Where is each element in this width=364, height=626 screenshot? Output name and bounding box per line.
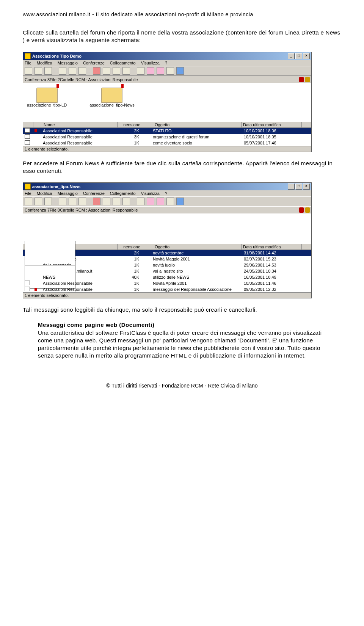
page-header: www.associazioni.milano.it - Il sito ded… (23, 11, 341, 17)
cell-nome: Associazioni Responsabile (41, 129, 116, 133)
maximize-button[interactable]: □ (295, 53, 302, 59)
toolbar-icon[interactable] (44, 198, 52, 205)
folder-icon (101, 88, 122, 103)
cell-dim: 1K (116, 281, 141, 286)
col-dim[interactable]: nensione (118, 122, 142, 127)
table-row[interactable]: Associazioni Responsabile2KSTATUTO10/10/… (23, 128, 311, 134)
info-icon[interactable] (176, 198, 184, 205)
search-icon[interactable] (166, 67, 174, 75)
section-documenti: Messaggi come pagine web (Documenti) Una… (38, 321, 334, 359)
menu-modifica[interactable]: Modifica (37, 61, 52, 65)
cell-oggetto: novità luglio (151, 263, 242, 267)
col-ogg[interactable]: Oggetto (153, 122, 242, 127)
toolbar-icon[interactable] (59, 67, 66, 75)
blank-area (23, 213, 311, 244)
cell-nome: Associazioni Responsabile (41, 287, 116, 292)
text-italic: cartella (182, 160, 202, 166)
col-end[interactable] (302, 122, 311, 127)
flag-icon[interactable] (93, 198, 100, 205)
table-row[interactable]: NEWS40Kutilizzo delle NEWS16/05/2001 18.… (23, 274, 311, 280)
toolbar-icon[interactable] (113, 198, 120, 205)
toolbar-icon[interactable] (137, 198, 144, 205)
table-row[interactable]: Associazioni Responsabile1Kcome diventar… (23, 140, 311, 146)
folders-area: associazione_tipo-LD associazione_tipo-N… (23, 83, 311, 122)
menu-visualizza[interactable]: Visualizza (141, 191, 160, 196)
toolbar-icon[interactable] (59, 198, 66, 205)
toolbar-icon[interactable] (35, 67, 42, 75)
col-dim[interactable]: nensione (118, 244, 142, 249)
flag-icon[interactable] (93, 67, 100, 75)
search-icon[interactable] (166, 198, 174, 205)
cell-oggetto: utilizzo delle NEWS (151, 275, 242, 279)
minimize-button[interactable]: _ (288, 184, 295, 190)
toolbar-icon[interactable] (157, 198, 164, 205)
toolbar-icon[interactable] (103, 67, 110, 75)
toolbar-icon[interactable] (122, 198, 130, 205)
toolbar-icon[interactable] (25, 198, 32, 205)
col-ogg[interactable]: Oggetto (153, 244, 242, 249)
app-window-1: Associazione Tipo Demo _ □ × File Modifi… (23, 52, 312, 152)
toolbar-icon[interactable] (157, 67, 164, 75)
cell-data: 16/05/2001 18.49 (242, 275, 302, 279)
titlebar[interactable]: associazione_tipo-News _ □ × (23, 183, 311, 190)
info-icon[interactable] (176, 67, 184, 75)
menu-collegamento[interactable]: Collegamento (110, 61, 136, 65)
toolbar-icon[interactable] (137, 67, 144, 75)
menu-file[interactable]: File (25, 61, 31, 65)
menu-collegamento[interactable]: Collegamento (110, 191, 136, 196)
col-flag[interactable] (33, 122, 42, 127)
menu-modifica[interactable]: Modifica (37, 191, 52, 196)
toolbar-icon[interactable] (35, 198, 42, 205)
menu-file[interactable]: File (25, 191, 31, 196)
col-end[interactable] (302, 244, 311, 249)
menu-visualizza[interactable]: Visualizza (141, 61, 160, 65)
menu-help[interactable]: ? (165, 191, 167, 196)
toolbar (23, 66, 311, 76)
minimize-button[interactable]: _ (288, 53, 295, 59)
toolbar-icon[interactable] (147, 198, 154, 205)
menu-messaggio[interactable]: Messaggio (58, 191, 78, 196)
col-data[interactable]: Data ultima modifica (242, 244, 302, 249)
toolbar-icon[interactable] (147, 67, 154, 75)
flag-icon (56, 84, 59, 88)
toolbar-icon[interactable] (103, 198, 110, 205)
cell-oggetto: come diventare socio (151, 141, 242, 145)
toolbar-icon[interactable] (44, 67, 52, 75)
flag-icon (35, 129, 37, 132)
titlebar[interactable]: Associazione Tipo Demo _ □ × (23, 52, 311, 60)
menu-conferenze[interactable]: Conferenze (83, 61, 105, 65)
cell-oggetto: STATUTO (151, 129, 242, 133)
col-ogg-hd[interactable] (142, 244, 153, 249)
toolbar-icon[interactable] (78, 67, 86, 75)
toolbar-icon[interactable] (113, 67, 120, 75)
folder-news[interactable]: associazione_tipo-News (89, 88, 135, 114)
table-row[interactable]: Associazioni Responsabile1KNovità Aprile… (23, 280, 311, 286)
toolbar-icon[interactable] (25, 67, 32, 75)
status-text: Conferenza 7File 0Cartelle RCM : Associa… (25, 208, 138, 212)
col-ogg-hd[interactable] (142, 122, 153, 127)
col-nome[interactable]: Nome (42, 122, 118, 127)
text: Per accedere al Forum News è sufficiente… (23, 160, 182, 166)
status-row: Conferenza 7File 0Cartelle RCM : Associa… (23, 206, 311, 213)
cell-data: 10/10/2001 18.05 (242, 135, 302, 139)
menu-conferenze[interactable]: Conferenze (83, 191, 105, 196)
menu-messaggio[interactable]: Messaggio (58, 61, 78, 65)
close-button[interactable]: × (303, 53, 310, 59)
cell-oggetto: messaggio del Responsabile Associazione (151, 287, 242, 292)
toolbar-icon[interactable] (122, 67, 130, 75)
maximize-button[interactable]: □ (295, 184, 302, 190)
cell-oggetto: vai al nostro sito (151, 269, 242, 273)
list-body: Associazioni Responsabile2KSTATUTO10/10/… (23, 128, 311, 146)
toolbar (23, 196, 311, 206)
col-icon[interactable] (23, 122, 33, 127)
table-row[interactable]: Associazioni Responsabile1Kmessaggio del… (23, 286, 311, 292)
table-row[interactable]: Associazioni Responsabile3Korganizzazion… (23, 134, 311, 140)
list-body: da oggi2Knovità settembre31/08/2001 14.4… (23, 250, 311, 292)
toolbar-icon[interactable] (69, 198, 76, 205)
folder-ld[interactable]: associazione_tipo-LD (27, 88, 67, 114)
toolbar-icon[interactable] (78, 198, 86, 205)
col-data[interactable]: Data ultima modifica (242, 122, 302, 127)
close-button[interactable]: × (303, 184, 310, 190)
toolbar-icon[interactable] (69, 67, 76, 75)
menu-help[interactable]: ? (165, 61, 167, 65)
